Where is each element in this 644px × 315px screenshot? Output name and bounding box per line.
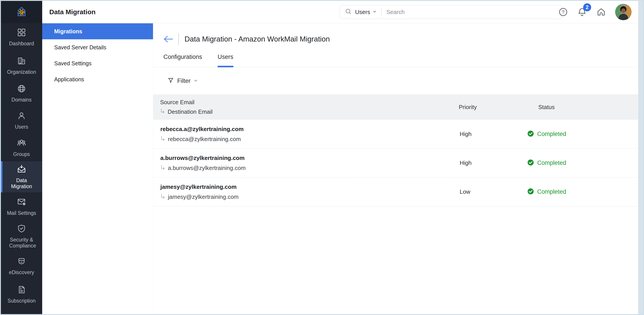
page-title: Data Migration [49, 8, 96, 16]
sidebar-item-users[interactable]: Users [1, 107, 42, 134]
destination-arrow-icon [160, 194, 166, 200]
groups-icon [17, 138, 26, 149]
search-input[interactable] [386, 9, 557, 16]
mail-settings-icon [17, 197, 26, 208]
submenu-item-label: Saved Settings [54, 60, 92, 67]
domains-icon [17, 84, 26, 95]
dashboard-icon [17, 28, 26, 38]
priority-header: Priority [459, 104, 527, 111]
destination-email-header: Destination Email [168, 108, 212, 115]
svg-text:$: $ [20, 287, 22, 290]
back-button[interactable] [163, 35, 174, 43]
chevron-down-icon [372, 9, 377, 15]
sidebar-item-groups[interactable]: Groups [1, 134, 42, 161]
submenu-item-label: Saved Server Details [54, 44, 106, 51]
user-avatar[interactable] [615, 4, 632, 20]
svg-text:?: ? [562, 9, 564, 15]
sidebar-item-mail-settings[interactable]: Mail Settings [1, 192, 42, 221]
sidebar-item-subscription[interactable]: $ Subscription [1, 280, 42, 309]
status-cell: Completed [527, 130, 638, 138]
ediscovery-icon [17, 256, 26, 267]
submenu-item-label: Migrations [54, 28, 82, 35]
tab-users[interactable]: Users [218, 54, 234, 67]
migration-tabs: Configurations Users [153, 54, 638, 67]
source-email: jamesy@zylkertraining.com [160, 184, 459, 190]
sidebar-item-security-compliance[interactable]: Security & Compliance [1, 221, 42, 252]
destination-email: jamesy@zylkertraining.com [168, 194, 238, 200]
completed-check-icon [527, 130, 534, 138]
status-cell: Completed [527, 159, 638, 167]
users-table-header: Source Email Destination Email [153, 94, 638, 120]
right-column: Data Migration Users [42, 1, 638, 314]
app-logo[interactable] [1, 1, 42, 23]
filter-row: Filter [153, 67, 638, 94]
sidebar-item-ediscovery[interactable]: eDiscovery [1, 252, 42, 280]
priority-value: High [459, 130, 527, 138]
status-badge: Completed [537, 130, 566, 138]
organization-icon [17, 56, 26, 67]
notification-count-badge: 2 [583, 3, 591, 11]
sidebar-item-label: Domains [12, 97, 32, 103]
title-divider [178, 33, 179, 45]
source-destination-header: Source Email Destination Email [153, 99, 459, 115]
priority-value: High [459, 160, 527, 166]
migration-detail-panel: Data Migration - Amazon WorkMail Migrati… [153, 23, 638, 314]
sidebar-item-label: Security & Compliance [9, 237, 34, 249]
source-email: a.burrows@zylkertraining.com [160, 154, 459, 162]
topbar-icons: ? 2 [558, 1, 632, 23]
sidebar-item-label: Subscription [8, 298, 36, 304]
completed-check-icon [527, 159, 534, 167]
home-gear-logo-icon [14, 4, 29, 20]
sidebar-item-label: Dashboard [9, 41, 34, 47]
status-badge: Completed [537, 188, 566, 195]
status-cell: Completed [527, 188, 638, 196]
migration-title: Data Migration - Amazon WorkMail Migrati… [184, 35, 330, 43]
destination-email: rebecca@zylkertraining.com [168, 136, 241, 142]
status-badge: Completed [537, 160, 566, 166]
data-migration-icon [17, 164, 26, 175]
submenu-item-label: Applications [54, 76, 84, 83]
filter-icon [168, 77, 174, 85]
source-email: rebecca.a@zylkertraining.com [160, 126, 459, 132]
sidebar-item-domains[interactable]: Domains [1, 80, 42, 107]
sidebar-item-data-migration[interactable]: Data Migration [1, 161, 42, 192]
sidebar-item-label: Organization [7, 69, 36, 75]
search-icon [345, 8, 352, 16]
migration-header: Data Migration - Amazon WorkMail Migrati… [163, 32, 638, 46]
scrollbar-track[interactable] [638, 1, 643, 314]
filter-label: Filter [177, 78, 190, 84]
priority-value: Low [459, 188, 527, 195]
sidebar-item-label: Groups [13, 151, 30, 157]
table-row[interactable]: rebecca.a@zylkertraining.com rebecca@zyl… [153, 120, 638, 148]
content-row: Migrations Saved Server Details Saved Se… [42, 23, 638, 314]
sidebar-item-dashboard[interactable]: Dashboard [1, 23, 42, 52]
search-divider [381, 8, 382, 16]
notifications-button[interactable]: 2 [577, 7, 587, 17]
submenu-item-migrations[interactable]: Migrations [42, 23, 153, 39]
destination-arrow-icon [160, 165, 166, 171]
destination-arrow-icon [160, 108, 166, 115]
email-cell: rebecca.a@zylkertraining.com rebecca@zyl… [153, 126, 459, 142]
completed-check-icon [527, 188, 534, 196]
search-category-selector[interactable]: Users [355, 9, 377, 16]
email-cell: a.burrows@zylkertraining.com a.burrows@z… [153, 154, 459, 172]
email-cell: jamesy@zylkertraining.com jamesy@zylkert… [153, 184, 459, 200]
table-row[interactable]: a.burrows@zylkertraining.com a.burrows@z… [153, 148, 638, 178]
help-button[interactable]: ? [558, 7, 568, 17]
sidebar-item-label: Mail Settings [7, 210, 36, 216]
submenu-item-applications[interactable]: Applications [42, 71, 153, 87]
home-button[interactable] [596, 7, 606, 17]
status-header: Status [527, 104, 638, 111]
users-icon [17, 111, 26, 122]
submenu-item-saved-settings[interactable]: Saved Settings [42, 55, 153, 71]
admin-console-window: Dashboard Organization Do [0, 0, 644, 315]
global-search: Users [340, 5, 562, 19]
source-email-header: Source Email [160, 99, 459, 106]
tab-configurations[interactable]: Configurations [164, 54, 202, 67]
subscription-icon: $ [17, 285, 26, 296]
filter-dropdown[interactable]: Filter [168, 77, 198, 85]
submenu-item-saved-server-details[interactable]: Saved Server Details [42, 39, 153, 55]
sidebar-item-organization[interactable]: Organization [1, 52, 42, 80]
table-row[interactable]: jamesy@zylkertraining.com jamesy@zylkert… [153, 178, 638, 206]
destination-email: a.burrows@zylkertraining.com [168, 164, 246, 172]
